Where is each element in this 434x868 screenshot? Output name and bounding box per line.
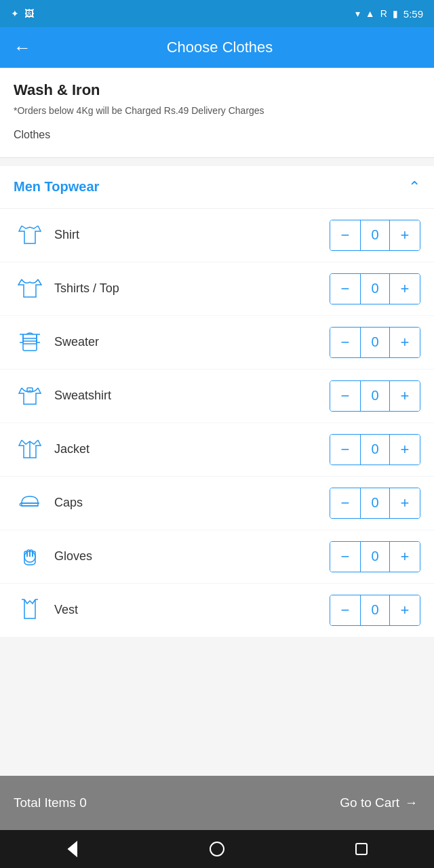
- item-name-sweater: Sweater: [54, 335, 330, 349]
- decrement-sweatshirt-button[interactable]: −: [330, 381, 360, 411]
- count-jacket: 0: [360, 435, 390, 465]
- increment-gloves-button[interactable]: +: [390, 542, 420, 572]
- item-row: Caps − 0 +: [0, 477, 434, 530]
- jacket-icon: [14, 436, 46, 463]
- counter-jacket: − 0 +: [330, 434, 420, 465]
- decrement-jacket-button[interactable]: −: [330, 435, 360, 465]
- item-row: Sweatshirt − 0 +: [0, 370, 434, 423]
- item-name-caps: Caps: [54, 496, 330, 510]
- item-name-shirt: Shirt: [54, 228, 330, 242]
- item-row: Vest − 0 +: [0, 584, 434, 637]
- item-name-tshirt: Tshirts / Top: [54, 281, 330, 296]
- jacket-svg: [18, 436, 42, 460]
- count-caps: 0: [360, 488, 390, 518]
- gloves-svg: [18, 543, 42, 568]
- svg-rect-13: [356, 844, 367, 854]
- app-icon-1: ✦: [11, 8, 19, 19]
- caps-svg: [18, 490, 42, 514]
- men-topwear-section: Men Topwear ⌃ Shirt − 0 + Tshirts / Top …: [0, 166, 434, 637]
- svg-rect-0: [23, 334, 37, 351]
- vest-svg: [18, 597, 42, 621]
- item-name-gloves: Gloves: [54, 549, 330, 564]
- decrement-vest-button[interactable]: −: [330, 595, 360, 625]
- tshirt-icon: [14, 275, 46, 302]
- android-back-button[interactable]: [63, 840, 82, 859]
- count-sweatshirt: 0: [360, 381, 390, 411]
- count-vest: 0: [360, 595, 390, 625]
- top-nav: ← Choose Clothes: [0, 27, 434, 68]
- delivery-notice: *Orders below 4Kg will be Charged Rs.49 …: [14, 104, 420, 118]
- decrement-shirt-button[interactable]: −: [330, 220, 360, 250]
- increment-sweater-button[interactable]: +: [390, 328, 420, 357]
- recents-square-icon: [352, 840, 371, 859]
- r-label: R: [380, 8, 387, 19]
- counter-shirt: − 0 +: [330, 220, 420, 251]
- section-title: Men Topwear: [14, 179, 99, 195]
- status-time: 5:59: [403, 8, 423, 20]
- item-row: Jacket − 0 +: [0, 423, 434, 477]
- home-circle-icon: [208, 840, 226, 859]
- back-button[interactable]: ←: [11, 35, 34, 61]
- item-name-sweatshirt: Sweatshirt: [54, 389, 330, 403]
- counter-caps: − 0 +: [330, 488, 420, 519]
- shirt-svg: [18, 222, 42, 246]
- gloves-icon: [14, 543, 46, 570]
- svg-marker-11: [68, 842, 77, 856]
- vest-icon: [14, 597, 46, 624]
- shirt-icon: [14, 222, 46, 249]
- increment-jacket-button[interactable]: +: [390, 435, 420, 465]
- sweater-svg: [18, 329, 42, 353]
- status-bar: ✦ 🖼 ▾ ▲ R ▮ 5:59: [0, 0, 434, 27]
- increment-shirt-button[interactable]: +: [390, 220, 420, 250]
- caps-icon: [14, 490, 46, 517]
- info-card: Wash & Iron *Orders below 4Kg will be Ch…: [0, 68, 434, 158]
- nav-title: Choose Clothes: [47, 39, 392, 56]
- count-tshirt: 0: [360, 274, 390, 304]
- back-triangle-icon: [63, 840, 82, 859]
- counter-tshirt: − 0 +: [330, 273, 420, 304]
- go-to-cart-button[interactable]: Go to Cart →: [323, 776, 434, 830]
- bottom-bar: Total Items 0 Go to Cart →: [0, 776, 434, 830]
- count-sweater: 0: [360, 328, 390, 357]
- sweater-icon: [14, 329, 46, 356]
- chevron-up-icon: ⌃: [408, 178, 420, 196]
- decrement-tshirt-button[interactable]: −: [330, 274, 360, 304]
- android-nav-bar: [0, 830, 434, 868]
- counter-sweater: − 0 +: [330, 327, 420, 358]
- wifi-icon: ▾: [355, 8, 360, 19]
- service-heading: Wash & Iron: [14, 81, 420, 99]
- clothes-label: Clothes: [14, 129, 50, 140]
- counter-sweatshirt: − 0 +: [330, 380, 420, 412]
- decrement-gloves-button[interactable]: −: [330, 542, 360, 572]
- count-gloves: 0: [360, 542, 390, 572]
- app-icon-2: 🖼: [24, 8, 34, 19]
- signal-icon: ▲: [366, 8, 375, 19]
- sweatshirt-svg: [18, 382, 42, 407]
- item-name-vest: Vest: [54, 603, 330, 617]
- increment-tshirt-button[interactable]: +: [390, 274, 420, 304]
- item-row: Sweater − 0 +: [0, 316, 434, 370]
- item-name-jacket: Jacket: [54, 442, 330, 456]
- increment-sweatshirt-button[interactable]: +: [390, 381, 420, 411]
- section-header[interactable]: Men Topwear ⌃: [0, 166, 434, 209]
- increment-caps-button[interactable]: +: [390, 488, 420, 518]
- decrement-caps-button[interactable]: −: [330, 488, 360, 518]
- item-row: Shirt − 0 +: [0, 209, 434, 262]
- counter-gloves: − 0 +: [330, 541, 420, 572]
- decrement-sweater-button[interactable]: −: [330, 328, 360, 357]
- svg-rect-7: [22, 503, 38, 506]
- item-row: Tshirts / Top − 0 +: [0, 262, 434, 316]
- total-items-label: Total Items 0: [0, 795, 323, 810]
- counter-vest: − 0 +: [330, 595, 420, 626]
- status-bar-left-icons: ✦ 🖼: [11, 8, 34, 19]
- increment-vest-button[interactable]: +: [390, 595, 420, 625]
- android-home-button[interactable]: [208, 840, 226, 859]
- sweatshirt-icon: [14, 382, 46, 410]
- battery-icon: ▮: [393, 8, 398, 19]
- tshirt-svg: [18, 275, 42, 300]
- item-row: Gloves − 0 +: [0, 530, 434, 584]
- svg-point-12: [210, 842, 224, 856]
- count-shirt: 0: [360, 220, 390, 250]
- android-recents-button[interactable]: [352, 840, 371, 859]
